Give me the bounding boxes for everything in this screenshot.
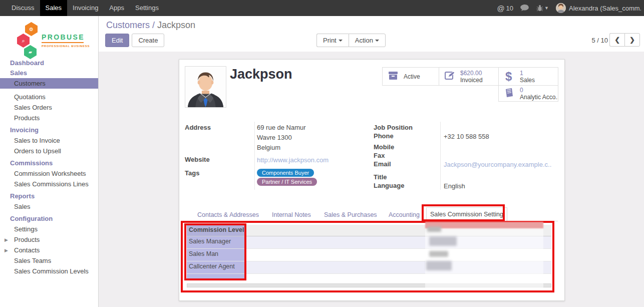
commission-level-header[interactable]: Commission Level xyxy=(187,225,246,236)
record-title: Jackpson xyxy=(230,67,292,82)
sidebar-item-sales-report[interactable]: Sales xyxy=(0,201,98,212)
table-header-row: Commission Level xyxy=(187,225,551,236)
sales-stat-button[interactable]: $ 1Sales xyxy=(498,67,558,86)
tag-partner-it-services[interactable]: Partner / IT Services xyxy=(257,178,317,186)
messages-icon[interactable] xyxy=(520,5,529,12)
sidebar-item-quotations[interactable]: Quotations xyxy=(0,92,98,102)
sidebar-item-config-contacts[interactable]: ▶Contacts xyxy=(0,245,98,255)
menu-invoicing[interactable]: Invoicing xyxy=(67,0,104,16)
phone-value[interactable]: +32 10 588 558 xyxy=(444,133,489,140)
chevron-right-icon: ▶ xyxy=(5,236,8,244)
logo-hex-gears-icon: ⚙ xyxy=(25,22,38,36)
language-label: Language xyxy=(374,182,404,189)
address-line3[interactable]: Belgium xyxy=(257,144,280,151)
caret-down-icon xyxy=(375,40,379,42)
pager-previous-button[interactable]: ❮ xyxy=(609,33,624,47)
chevron-down-icon: ▼ xyxy=(544,6,549,11)
active-toggle-button[interactable]: Active xyxy=(382,67,439,86)
tab-accounting[interactable]: Accounting xyxy=(383,208,426,221)
customer-photo[interactable] xyxy=(185,66,226,108)
book-icon xyxy=(504,88,517,100)
tab-internal-notes[interactable]: Internal Notes xyxy=(266,208,317,221)
menu-discuss[interactable]: Discuss xyxy=(6,0,40,16)
address-line1[interactable]: 69 rue de Namur xyxy=(257,124,306,131)
notebook-tabs: Contacts & Addresses Internal Notes Sale… xyxy=(187,208,558,221)
title-label: Title xyxy=(374,173,387,181)
sidebar-menu: Dashboard Sales Customers Quotations Sal… xyxy=(0,58,98,276)
breadcrumb-current: Jackpson xyxy=(157,20,195,30)
sidebar-item-config-products[interactable]: ▶Products xyxy=(0,234,98,245)
table-row[interactable]: Sales Manager xyxy=(187,236,551,249)
sidebar-item-sales-orders[interactable]: Sales Orders xyxy=(0,102,98,113)
menu-settings[interactable]: Settings xyxy=(130,0,164,16)
caret-down-icon xyxy=(339,40,343,42)
sidebar-item-sales-commissions-lines[interactable]: Sales Commissions Lines xyxy=(0,179,98,189)
breadcrumb-separator: / xyxy=(152,20,157,30)
phone-label: Phone xyxy=(374,132,394,140)
sidebar-item-sales-to-invoice[interactable]: Sales to Invoice xyxy=(0,135,98,146)
edit-button[interactable]: Edit xyxy=(105,34,129,47)
address-label: Address xyxy=(185,124,211,131)
job-position-label: Job Position xyxy=(374,124,413,131)
archive-icon xyxy=(388,71,401,83)
dollar-icon: $ xyxy=(504,70,517,84)
sidebar-item-sales-commission-levels[interactable]: Sales Commission Levels xyxy=(0,266,98,276)
sidebar-section-reports[interactable]: Reports xyxy=(0,191,98,201)
breadcrumb: Customers / Jackpson xyxy=(106,20,195,31)
invoiced-stat-button[interactable]: $620.00Invoiced xyxy=(439,67,499,86)
avatar xyxy=(556,3,566,13)
breadcrumb-customers[interactable]: Customers xyxy=(106,20,150,30)
fax-label: Fax xyxy=(374,152,385,159)
mobile-label: Mobile xyxy=(374,143,394,151)
sidebar-section-sales[interactable]: Sales xyxy=(0,68,98,78)
sidebar-item-products[interactable]: Products xyxy=(0,113,98,123)
language-value[interactable]: English xyxy=(444,182,465,190)
sidebar-item-customers[interactable]: Customers xyxy=(0,78,98,89)
tab-contacts-addresses[interactable]: Contacts & Addresses xyxy=(191,208,265,221)
table-row[interactable]: Callcenter Agent xyxy=(187,261,551,274)
sidebar-item-settings[interactable]: Settings xyxy=(0,224,98,234)
logo-hex-case-icon: ▰ xyxy=(24,45,37,59)
control-panel: Customers / Jackpson Edit Create Print A… xyxy=(99,16,644,52)
commission-table: Commission Level Sales Manager Sales Man… xyxy=(187,225,551,280)
email-label: Email xyxy=(374,160,391,168)
debug-menu[interactable]: ▼ xyxy=(536,5,549,12)
pager-text: 5 / 10 xyxy=(591,37,608,44)
form-sheet: Jackpson Active $620.00Invoiced $ 1Sales… xyxy=(179,59,565,301)
sidebar-item-orders-to-upsell[interactable]: Orders to Upsell xyxy=(0,146,98,156)
email-value[interactable]: Jackpson@yourcompany.example.c.. xyxy=(444,161,551,168)
edit-icon xyxy=(444,71,457,83)
chevron-right-icon: ▶ xyxy=(5,247,8,254)
group-separator xyxy=(254,122,255,190)
create-button[interactable]: Create xyxy=(132,34,164,47)
print-dropdown[interactable]: Print xyxy=(316,34,349,47)
probuse-logo: ⚙ ⌕ ▰ PROBUSE PROFESSIONAL BUSINESS xyxy=(0,19,98,58)
user-menu[interactable]: Alexandra (Sales_comm.. xyxy=(556,3,641,13)
sidebar-section-commissions[interactable]: Commissions xyxy=(0,158,98,168)
top-navbar: Discuss Sales Invoicing Apps Settings @1… xyxy=(0,0,644,16)
sidebar-section-dashboard[interactable]: Dashboard xyxy=(0,58,98,68)
tab-sales-commission-setting[interactable]: Sales Commission Setting xyxy=(426,207,507,221)
tab-sales-purchases[interactable]: Sales & Purchases xyxy=(318,208,383,221)
analytic-stat-button[interactable]: 0Analytic Acco... xyxy=(498,85,558,102)
pager-next-button[interactable]: ❯ xyxy=(624,33,640,47)
menu-sales[interactable]: Sales xyxy=(40,0,68,16)
action-dropdown[interactable]: Action xyxy=(349,34,386,47)
mentions-counter[interactable]: @10 xyxy=(497,4,513,13)
at-icon: @ xyxy=(497,4,504,13)
address-line2[interactable]: Wavre 1300 xyxy=(257,134,292,141)
menu-apps[interactable]: Apps xyxy=(104,0,130,16)
logo-title: PROBUSE xyxy=(42,33,90,41)
logo-rule xyxy=(42,42,84,43)
tag-components-buyer[interactable]: Components Buyer xyxy=(257,169,314,177)
table-row[interactable]: Sales Man xyxy=(187,249,551,261)
sidebar-item-commission-worksheets[interactable]: Commission Worksheets xyxy=(0,168,98,179)
logo-subtitle: PROFESSIONAL BUSINESS xyxy=(42,45,90,48)
sidebar-item-sales-teams[interactable]: Sales Teams xyxy=(0,255,98,266)
sidebar-section-invoicing[interactable]: Invoicing xyxy=(0,125,98,135)
sidebar-section-configuration[interactable]: Configuration xyxy=(0,214,98,224)
tags-label: Tags xyxy=(185,169,199,177)
user-name: Alexandra (Sales_comm.. xyxy=(569,5,641,12)
website-link[interactable]: http://www.jackpson.com xyxy=(257,156,329,164)
main-content: Jackpson Active $620.00Invoiced $ 1Sales… xyxy=(99,52,644,307)
